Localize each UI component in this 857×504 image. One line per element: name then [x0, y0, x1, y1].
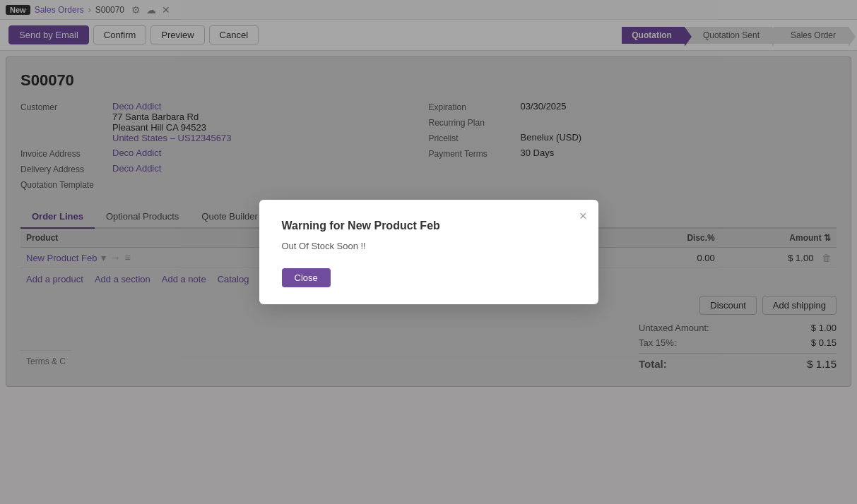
- modal-footer: Close: [282, 268, 576, 287]
- modal-body: Out Of Stock Soon !!: [282, 241, 576, 251]
- modal-title: Warning for New Product Feb: [282, 220, 576, 232]
- modal-close-button[interactable]: Close: [282, 268, 331, 287]
- modal-overlay: × Warning for New Product Feb Out Of Sto…: [0, 0, 857, 392]
- modal: × Warning for New Product Feb Out Of Sto…: [259, 200, 598, 304]
- modal-close-icon[interactable]: ×: [579, 210, 587, 222]
